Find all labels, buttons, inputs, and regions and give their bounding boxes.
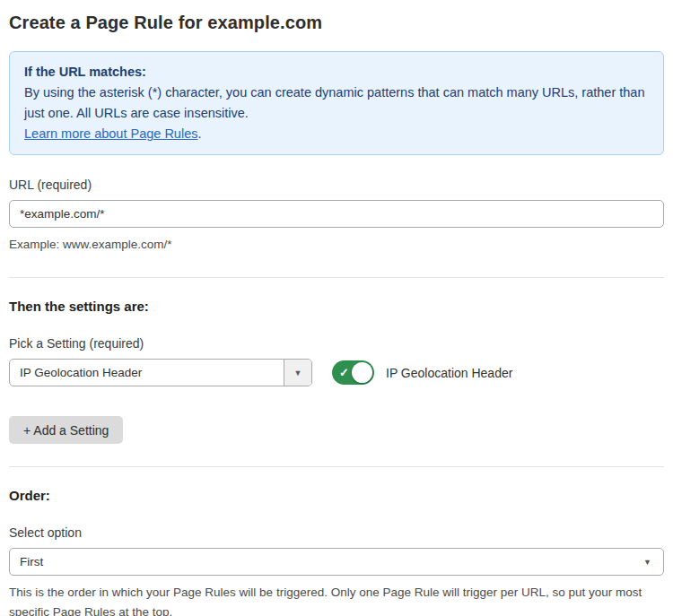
setting-row: IP Geolocation Header ▼ ✓ IP Geolocation… <box>9 359 664 386</box>
toggle-knob <box>352 362 372 383</box>
divider <box>9 277 664 278</box>
link-suffix: . <box>197 126 201 141</box>
select-option-label: Select option <box>9 525 664 540</box>
learn-more-page-rules-link[interactable]: Learn more about Page Rules <box>24 126 197 141</box>
check-icon: ✓ <box>339 366 349 379</box>
chevron-down-icon: ▼ <box>294 369 302 377</box>
info-box-body: By using the asterisk (*) character, you… <box>24 82 649 124</box>
page-rule-form: Create a Page Rule for example.com If th… <box>0 13 673 616</box>
ip-geolocation-toggle[interactable]: ✓ <box>332 360 374 385</box>
url-example-helper: Example: www.example.com/* <box>9 235 664 255</box>
url-field-label: URL (required) <box>9 178 664 192</box>
info-box-heading: If the URL matches: <box>24 62 649 82</box>
chevron-down-icon: ▼ <box>643 558 651 567</box>
order-helper-text: This is the order in which your Page Rul… <box>9 583 664 616</box>
settings-section-heading: Then the settings are: <box>9 299 664 314</box>
add-setting-button[interactable]: + Add a Setting <box>9 416 123 444</box>
setting-dropdown-value: IP Geolocation Header <box>10 360 284 386</box>
pick-setting-label: Pick a Setting (required) <box>9 336 664 351</box>
order-select[interactable]: First ▼ <box>9 548 664 576</box>
setting-dropdown-button[interactable]: ▼ <box>284 360 311 386</box>
order-section-heading: Order: <box>9 488 664 503</box>
setting-dropdown[interactable]: IP Geolocation Header ▼ <box>9 359 312 386</box>
page-title: Create a Page Rule for example.com <box>9 13 664 33</box>
order-select-value: First <box>20 555 43 568</box>
url-input[interactable] <box>9 200 664 228</box>
toggle-label: IP Geolocation Header <box>386 366 512 380</box>
info-box-link-line: Learn more about Page Rules. <box>24 124 649 144</box>
url-match-info-box: If the URL matches: By using the asteris… <box>9 51 664 155</box>
divider <box>9 466 664 467</box>
